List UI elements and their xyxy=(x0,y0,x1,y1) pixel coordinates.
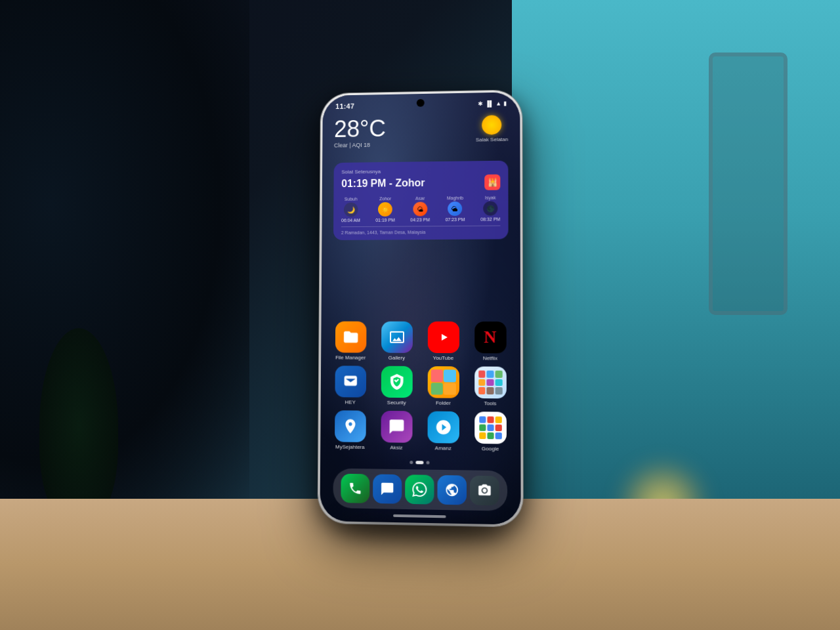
bluetooth-icon: ✱ xyxy=(478,100,484,107)
signal-icon: ▐▌ xyxy=(486,100,494,107)
app-security[interactable]: Security xyxy=(376,366,417,406)
prayer-zohor: Zohor ☀️ 01:19 PM xyxy=(375,196,395,222)
security-icon xyxy=(381,366,412,398)
prayer-next-label: Solat Seterusnya xyxy=(341,167,500,175)
app-amanz[interactable]: Amanz xyxy=(423,411,464,451)
dock xyxy=(333,469,507,511)
mysejahtera-label: MySejahtera xyxy=(335,444,365,450)
weather-location-widget: Salak Selatan xyxy=(476,115,509,142)
app-hey[interactable]: HEY xyxy=(330,366,371,405)
mysejahtera-icon xyxy=(335,410,366,442)
sun-icon xyxy=(482,115,502,135)
folder-label: Folder xyxy=(436,400,451,406)
prayer-current-time-row: 01:19 PM - Zohor 🕌 xyxy=(341,175,500,192)
app-file-manager[interactable]: File Manager xyxy=(330,322,371,361)
prayer-isyak-icon: 🌑 xyxy=(483,201,497,216)
prayer-asar-label: Asar xyxy=(415,196,425,201)
prayer-asar-icon: 🌤 xyxy=(413,202,427,217)
file-manager-label: File Manager xyxy=(335,354,366,360)
prayer-isyak: Isyak 🌑 08:32 PM xyxy=(480,196,500,222)
prayer-asar-time: 04:23 PM xyxy=(410,217,430,222)
netflix-icon: N xyxy=(474,322,507,354)
prayer-widget[interactable]: Solat Seterusnya 01:19 PM - Zohor 🕌 Subu… xyxy=(333,161,509,240)
prayer-asar: Asar 🌤 04:23 PM xyxy=(410,196,430,222)
amanz-icon xyxy=(427,411,459,444)
bg-right-teal xyxy=(512,0,840,525)
status-icons: ✱ ▐▌ ▲ ▮ xyxy=(478,100,507,107)
file-manager-icon xyxy=(335,322,366,353)
app-netflix[interactable]: N Netflix xyxy=(470,322,511,362)
prayer-subuh-icon: 🌙 xyxy=(344,203,358,217)
amanz-label: Amanz xyxy=(435,445,452,451)
dock-whatsapp[interactable] xyxy=(405,474,434,504)
prayer-subuh-label: Subuh xyxy=(345,197,358,201)
app-row-2: HEY Security xyxy=(327,366,514,406)
aksiz-label: Aksiz xyxy=(390,444,402,450)
page-dot-1 xyxy=(410,461,413,464)
plant-silhouette xyxy=(39,328,118,525)
app-mysejahtera[interactable]: MySejahtera xyxy=(330,410,371,450)
prayer-date: 2 Ramadan, 1443, Taman Desa, Malaysia xyxy=(341,225,501,235)
weather-condition: Clear | AQI 18 xyxy=(334,142,386,149)
security-label: Security xyxy=(387,400,406,406)
prayer-subuh: Subuh 🌙 06:04 AM xyxy=(341,197,360,223)
app-grid: File Manager Gallery YouTube xyxy=(320,322,520,458)
youtube-label: YouTube xyxy=(433,355,454,361)
wifi-icon: ▲ xyxy=(495,100,501,107)
phone-wrapper: 11:47 ✱ ▐▌ ▲ ▮ 28°C Clear | AQI 18 Salak… xyxy=(318,90,522,527)
google-label: Google xyxy=(482,446,499,452)
hey-icon xyxy=(335,366,366,397)
app-folder[interactable]: Folder xyxy=(423,366,463,406)
youtube-icon xyxy=(427,322,459,353)
dock-edge[interactable] xyxy=(437,475,467,505)
phone-body: 11:47 ✱ ▐▌ ▲ ▮ 28°C Clear | AQI 18 Salak… xyxy=(318,90,522,527)
dock-camera[interactable] xyxy=(470,476,499,506)
netflix-label: Netflix xyxy=(483,355,498,361)
app-aksiz[interactable]: Aksiz xyxy=(376,411,417,451)
aksiz-icon xyxy=(381,411,412,443)
app-row-3: MySejahtera Aksiz Amanz xyxy=(327,410,514,452)
app-gallery[interactable]: Gallery xyxy=(377,322,417,361)
prayer-zohor-icon: ☀️ xyxy=(378,202,392,217)
prayer-zohor-label: Zohor xyxy=(379,196,391,201)
prayer-times-row: Subuh 🌙 06:04 AM Zohor ☀️ 01:19 PM Asar … xyxy=(341,196,501,223)
folder-icon xyxy=(427,366,459,398)
page-dot-2 xyxy=(415,461,423,464)
status-time: 11:47 xyxy=(335,102,354,110)
gallery-icon xyxy=(381,322,413,353)
google-icon xyxy=(474,411,507,444)
dock-phone[interactable] xyxy=(341,474,370,503)
dock-messages[interactable] xyxy=(373,474,402,503)
prayer-zohor-time: 01:19 PM xyxy=(375,218,395,222)
prayer-subuh-time: 06:04 AM xyxy=(341,218,360,222)
page-dot-3 xyxy=(426,461,429,464)
hey-label: HEY xyxy=(345,399,355,405)
prayer-isyak-label: Isyak xyxy=(485,196,495,200)
phone-screen: 11:47 ✱ ▐▌ ▲ ▮ 28°C Clear | AQI 18 Salak… xyxy=(320,92,520,524)
prayer-current-time: 01:19 PM - Zohor xyxy=(341,177,425,190)
prayer-isyak-time: 08:32 PM xyxy=(480,217,500,221)
weather-temperature: 28°C xyxy=(334,117,386,140)
prayer-maghrib-icon: 🌥 xyxy=(448,201,463,216)
wallpaper xyxy=(320,92,520,524)
prayer-app-icon[interactable]: 🕌 xyxy=(484,175,500,190)
app-tools[interactable]: Tools xyxy=(470,366,511,406)
app-row-1: File Manager Gallery YouTube xyxy=(327,322,514,362)
tools-label: Tools xyxy=(484,400,497,406)
tools-icon xyxy=(474,366,507,398)
decorative-frame xyxy=(709,52,788,315)
gallery-label: Gallery xyxy=(388,355,405,361)
prayer-maghrib-label: Maghrib xyxy=(447,196,463,200)
weather-location-name: Salak Selatan xyxy=(476,136,509,143)
app-youtube[interactable]: YouTube xyxy=(423,322,463,361)
battery-icon: ▮ xyxy=(503,100,507,106)
app-google[interactable]: Google xyxy=(470,411,511,452)
prayer-maghrib-time: 07:23 PM xyxy=(446,217,465,222)
bg-left-dark xyxy=(0,0,249,512)
prayer-maghrib: Maghrib 🌥 07:23 PM xyxy=(446,196,465,222)
page-indicator xyxy=(410,461,429,464)
weather-widget: 28°C Clear | AQI 18 xyxy=(334,117,386,148)
